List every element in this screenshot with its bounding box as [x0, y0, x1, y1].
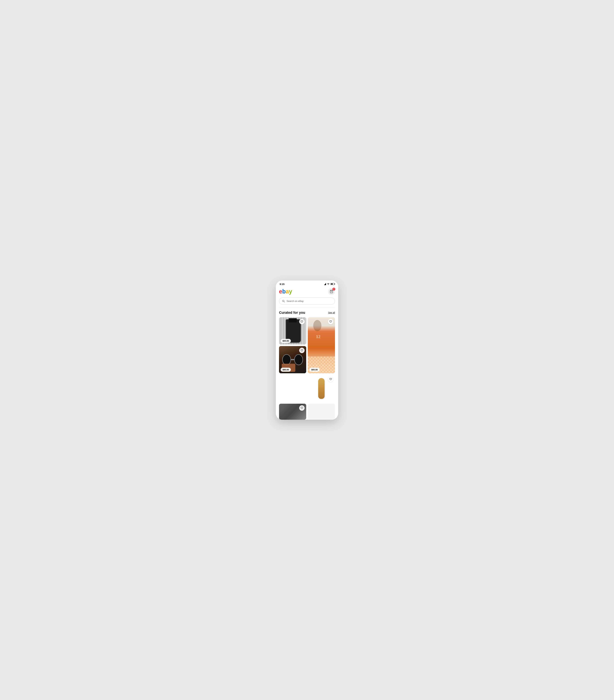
- wishlist-button-shoes[interactable]: [299, 405, 305, 411]
- search-bar[interactable]: Search on eBay: [279, 298, 335, 305]
- product-card-backpack[interactable]: $65.00: [279, 317, 306, 345]
- status-time: 9:15: [280, 283, 284, 285]
- product-card-skateboard[interactable]: [308, 375, 335, 402]
- cart-icon: [330, 290, 333, 293]
- heart-icon-shoes: [300, 407, 303, 409]
- phone-frame: 9:15 e b a y: [276, 280, 338, 420]
- section-header: Curated for you See all: [279, 311, 335, 315]
- price-badge-backpack: $65.00: [281, 339, 291, 343]
- svg-point-2: [283, 300, 284, 302]
- outfit-image: 12: [308, 317, 335, 373]
- price-badge-outfit: $65.00: [309, 368, 320, 372]
- heart-icon-skateboard: [329, 378, 332, 380]
- logo-a: a: [286, 289, 289, 295]
- wishlist-button-sunglasses[interactable]: [299, 348, 305, 353]
- svg-marker-0: [324, 283, 326, 285]
- signal-icon: [324, 283, 326, 285]
- section-title: Curated for you: [279, 311, 305, 315]
- product-card-shoes[interactable]: [279, 404, 306, 420]
- price-badge-sunglasses: $80.00: [281, 368, 291, 372]
- wifi-icon: [327, 283, 330, 285]
- wishlist-button-outfit[interactable]: [328, 319, 333, 324]
- wishlist-button-skateboard[interactable]: [328, 376, 333, 382]
- header: e b a y 9: [276, 287, 338, 297]
- product-grid: $65.00: [279, 317, 335, 402]
- search-icon: [282, 300, 285, 302]
- heart-icon-outfit: [329, 320, 332, 323]
- bottom-row: [279, 404, 335, 420]
- ebay-logo: e b a y: [279, 289, 292, 295]
- product-card-sunglasses[interactable]: $80.00: [279, 346, 306, 373]
- left-column: $65.00: [279, 317, 306, 402]
- status-icons: [324, 283, 334, 285]
- svg-line-3: [284, 301, 285, 302]
- product-card-empty: [308, 404, 335, 420]
- cart-button[interactable]: 9: [328, 288, 335, 295]
- cart-badge: 9: [332, 288, 335, 290]
- search-container: Search on eBay: [276, 297, 338, 307]
- logo-b: b: [282, 289, 286, 295]
- status-bar: 9:15: [276, 280, 338, 287]
- curated-section: Curated for you See all: [276, 307, 338, 420]
- product-card-outfit[interactable]: 12 $65.00: [308, 317, 335, 373]
- logo-y: y: [289, 289, 292, 295]
- heart-icon-backpack: [300, 320, 303, 323]
- search-placeholder: Search on eBay: [286, 300, 304, 302]
- wishlist-button-backpack[interactable]: [299, 319, 305, 324]
- heart-icon-sunglasses: [300, 349, 303, 352]
- logo-e: e: [279, 289, 282, 295]
- see-all-link[interactable]: See all: [328, 311, 335, 314]
- right-column: 12 $65.00: [308, 317, 335, 402]
- battery-icon: [331, 283, 334, 285]
